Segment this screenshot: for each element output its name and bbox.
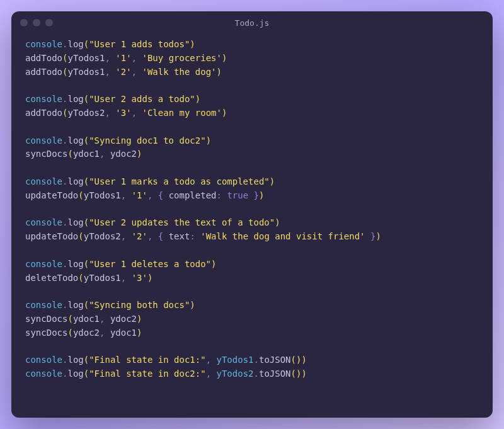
- code-line: console.log("User 2 updates the text of …: [25, 216, 479, 230]
- code-token: yTodos1: [67, 67, 105, 77]
- code-token: ydoc2: [73, 328, 100, 338]
- code-token: (: [67, 328, 72, 338]
- code-token: ): [137, 149, 142, 159]
- code-token: '3': [132, 273, 147, 283]
- code-token: [137, 53, 142, 63]
- code-token: [105, 149, 110, 159]
- code-token: console: [25, 217, 62, 227]
- minimize-icon[interactable]: [33, 19, 40, 26]
- code-token: console: [25, 39, 62, 49]
- code-token: (: [84, 369, 89, 379]
- code-token: ): [217, 67, 222, 77]
- code-token: updateTodo: [25, 231, 78, 241]
- code-token: yTodos1: [67, 53, 105, 63]
- code-token: "Syncing both docs": [89, 300, 190, 310]
- code-token: (: [67, 314, 72, 324]
- code-token: log: [67, 217, 83, 227]
- code-token: "Syncing doc1 to doc2": [89, 135, 205, 146]
- code-token: yTodos1: [84, 190, 121, 200]
- code-token: ): [147, 273, 152, 283]
- code-token: {: [158, 231, 169, 241]
- code-token: ): [190, 300, 195, 310]
- window-controls: [20, 19, 53, 26]
- code-token: text: [169, 231, 190, 241]
- code-token: log: [67, 300, 83, 310]
- code-token: [105, 328, 110, 338]
- code-token: ): [190, 39, 195, 49]
- code-editor[interactable]: console.log("User 1 adds todos")addTodo(…: [11, 34, 493, 418]
- code-token: [211, 369, 216, 379]
- code-token: "User 2 adds a todo": [89, 94, 195, 104]
- maximize-icon[interactable]: [45, 19, 53, 26]
- code-token: "User 1 deletes a todo": [89, 259, 211, 269]
- code-token: (: [84, 355, 89, 365]
- code-token: true: [227, 190, 248, 200]
- code-token: [126, 273, 131, 283]
- code-token: deleteTodo: [25, 273, 78, 283]
- code-token: toJSON: [259, 369, 291, 379]
- code-token: ydoc2: [110, 149, 137, 159]
- code-line: addTodo(yTodos2, '3', 'Clean my room'): [25, 106, 479, 120]
- code-token: {: [158, 190, 169, 200]
- code-token: ): [375, 231, 381, 241]
- code-token: console: [25, 355, 62, 365]
- code-token: log: [67, 176, 83, 186]
- code-token: [195, 231, 200, 241]
- code-token: '2': [132, 231, 147, 241]
- code-token: log: [67, 135, 83, 146]
- code-token: yTodos2: [84, 231, 121, 241]
- code-token: ,: [105, 53, 110, 63]
- code-line: updateTodo(yTodos1, '1', { completed: tr…: [25, 189, 479, 203]
- code-token: ydoc1: [73, 314, 100, 324]
- code-token: addTodo: [25, 108, 62, 118]
- code-token: console: [25, 94, 62, 104]
- code-token: ,: [105, 67, 110, 77]
- code-token: (: [84, 217, 89, 227]
- code-token: (: [84, 176, 89, 186]
- code-token: (): [291, 369, 302, 379]
- code-token: ydoc1: [110, 328, 137, 338]
- window-title: Todo.js: [11, 18, 493, 28]
- code-token: ): [195, 94, 200, 104]
- code-token: ): [270, 176, 275, 186]
- code-token: ): [206, 135, 211, 146]
- code-token: log: [67, 259, 83, 269]
- code-token: ,: [105, 108, 110, 118]
- code-line: console.log("Final state in doc2:", yTod…: [25, 367, 479, 381]
- code-token: [211, 355, 216, 365]
- code-line: console.log("User 2 adds a todo"): [25, 93, 479, 106]
- code-token: '2': [115, 67, 131, 77]
- code-line: syncDocs(ydoc2, ydoc1): [25, 326, 479, 340]
- code-token: ,: [132, 53, 137, 63]
- code-token: [105, 314, 110, 324]
- code-token: ): [137, 328, 142, 338]
- code-token: ,: [121, 231, 126, 241]
- code-token: "User 1 adds todos": [89, 39, 190, 49]
- code-token: "Final state in doc2:": [89, 369, 205, 379]
- editor-window: Todo.js console.log("User 1 adds todos")…: [11, 11, 493, 418]
- code-token: .: [254, 369, 259, 379]
- code-line: [25, 203, 479, 217]
- code-token: 'Walk the dog and visit friend': [200, 231, 365, 241]
- code-token: "Final state in doc1:": [89, 355, 205, 365]
- code-token: yTodos1: [84, 273, 121, 283]
- code-token: addTodo: [25, 67, 62, 77]
- code-token: ): [211, 259, 216, 269]
- code-token: [137, 67, 142, 77]
- code-token: ): [301, 355, 306, 365]
- code-token: 'Clean my room': [142, 108, 222, 118]
- code-token: addTodo: [25, 53, 62, 63]
- code-token: ,: [121, 273, 126, 283]
- code-line: console.log("Syncing both docs"): [25, 299, 479, 312]
- code-line: [25, 285, 479, 299]
- code-token: ,: [121, 190, 126, 200]
- code-token: syncDocs: [25, 314, 67, 324]
- close-icon[interactable]: [20, 19, 28, 26]
- code-line: addTodo(yTodos1, '1', 'Buy groceries'): [25, 52, 479, 66]
- code-token: [152, 190, 158, 200]
- code-token: yTodos1: [217, 355, 254, 365]
- code-token: updateTodo: [25, 190, 78, 200]
- code-token: log: [67, 94, 83, 104]
- code-line: [25, 120, 479, 134]
- code-token: ): [222, 53, 227, 63]
